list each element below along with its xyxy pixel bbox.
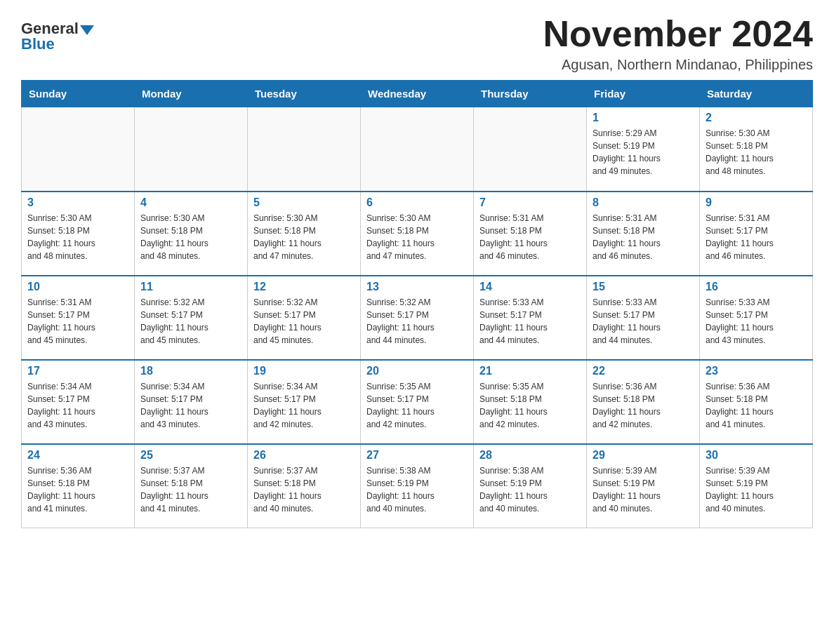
day-number-30: 30 [706, 449, 807, 462]
day-info-10: Sunrise: 5:31 AM Sunset: 5:17 PM Dayligh… [27, 296, 128, 347]
calendar-cell-4-0: 24Sunrise: 5:36 AM Sunset: 5:18 PM Dayli… [22, 444, 135, 528]
day-number-25: 25 [140, 449, 241, 462]
day-number-11: 11 [140, 281, 241, 293]
day-number-28: 28 [479, 449, 581, 462]
day-info-4: Sunrise: 5:30 AM Sunset: 5:18 PM Dayligh… [140, 212, 241, 262]
calendar-cell-2-2: 12Sunrise: 5:32 AM Sunset: 5:17 PM Dayli… [248, 276, 361, 360]
day-number-27: 27 [366, 449, 468, 462]
day-info-26: Sunrise: 5:37 AM Sunset: 5:18 PM Dayligh… [253, 464, 355, 515]
day-number-3: 3 [27, 196, 128, 209]
day-number-10: 10 [27, 281, 128, 293]
day-info-20: Sunrise: 5:35 AM Sunset: 5:17 PM Dayligh… [366, 380, 468, 431]
day-info-14: Sunrise: 5:33 AM Sunset: 5:17 PM Dayligh… [479, 296, 581, 347]
calendar-cell-3-3: 20Sunrise: 5:35 AM Sunset: 5:17 PM Dayli… [361, 360, 474, 444]
day-number-12: 12 [253, 281, 355, 293]
location-label: Agusan, Northern Mindanao, Philippines [543, 57, 813, 73]
day-number-19: 19 [253, 365, 355, 377]
day-number-17: 17 [27, 365, 128, 377]
day-number-20: 20 [366, 365, 468, 377]
calendar-cell-2-0: 10Sunrise: 5:31 AM Sunset: 5:17 PM Dayli… [22, 276, 135, 360]
header-friday: Friday [587, 81, 700, 107]
day-info-25: Sunrise: 5:37 AM Sunset: 5:18 PM Dayligh… [140, 464, 241, 515]
week-row-4: 17Sunrise: 5:34 AM Sunset: 5:17 PM Dayli… [22, 360, 813, 444]
day-info-7: Sunrise: 5:31 AM Sunset: 5:18 PM Dayligh… [479, 212, 581, 262]
day-info-1: Sunrise: 5:29 AM Sunset: 5:19 PM Dayligh… [593, 127, 694, 177]
calendar-cell-2-3: 13Sunrise: 5:32 AM Sunset: 5:17 PM Dayli… [361, 276, 474, 360]
header-tuesday: Tuesday [248, 81, 361, 107]
header: General Blue November 2024 Agusan, North… [21, 14, 813, 73]
calendar-cell-0-1 [135, 107, 248, 192]
calendar-cell-2-6: 16Sunrise: 5:33 AM Sunset: 5:17 PM Dayli… [700, 276, 813, 360]
calendar-cell-3-6: 23Sunrise: 5:36 AM Sunset: 5:18 PM Dayli… [700, 360, 813, 444]
logo-arrow-icon [80, 25, 94, 35]
header-thursday: Thursday [474, 81, 587, 107]
day-info-17: Sunrise: 5:34 AM Sunset: 5:17 PM Dayligh… [27, 380, 128, 431]
day-info-12: Sunrise: 5:32 AM Sunset: 5:17 PM Dayligh… [253, 296, 355, 347]
calendar-cell-1-6: 9Sunrise: 5:31 AM Sunset: 5:17 PM Daylig… [700, 192, 813, 276]
header-sunday: Sunday [22, 81, 135, 107]
day-number-13: 13 [366, 281, 468, 293]
calendar-cell-4-6: 30Sunrise: 5:39 AM Sunset: 5:19 PM Dayli… [700, 444, 813, 528]
week-row-3: 10Sunrise: 5:31 AM Sunset: 5:17 PM Dayli… [22, 276, 813, 360]
day-info-19: Sunrise: 5:34 AM Sunset: 5:17 PM Dayligh… [253, 380, 355, 431]
calendar-cell-1-3: 6Sunrise: 5:30 AM Sunset: 5:18 PM Daylig… [361, 192, 474, 276]
calendar-cell-3-5: 22Sunrise: 5:36 AM Sunset: 5:18 PM Dayli… [587, 360, 700, 444]
calendar-cell-1-1: 4Sunrise: 5:30 AM Sunset: 5:18 PM Daylig… [135, 192, 248, 276]
day-number-21: 21 [479, 365, 581, 377]
header-wednesday: Wednesday [361, 81, 474, 107]
day-info-30: Sunrise: 5:39 AM Sunset: 5:19 PM Dayligh… [706, 464, 807, 515]
calendar-cell-1-5: 8Sunrise: 5:31 AM Sunset: 5:18 PM Daylig… [587, 192, 700, 276]
day-info-18: Sunrise: 5:34 AM Sunset: 5:17 PM Dayligh… [140, 380, 241, 431]
day-number-4: 4 [140, 196, 241, 209]
day-info-5: Sunrise: 5:30 AM Sunset: 5:18 PM Dayligh… [253, 212, 355, 262]
day-info-9: Sunrise: 5:31 AM Sunset: 5:17 PM Dayligh… [706, 212, 807, 262]
day-number-22: 22 [593, 365, 694, 377]
week-row-2: 3Sunrise: 5:30 AM Sunset: 5:18 PM Daylig… [22, 192, 813, 276]
day-number-5: 5 [253, 196, 355, 209]
calendar-cell-0-5: 1Sunrise: 5:29 AM Sunset: 5:19 PM Daylig… [587, 107, 700, 192]
day-number-26: 26 [253, 449, 355, 462]
calendar-cell-0-3 [361, 107, 474, 192]
day-info-23: Sunrise: 5:36 AM Sunset: 5:18 PM Dayligh… [706, 380, 807, 431]
calendar-cell-1-0: 3Sunrise: 5:30 AM Sunset: 5:18 PM Daylig… [22, 192, 135, 276]
weekday-header-row: Sunday Monday Tuesday Wednesday Thursday… [22, 81, 813, 107]
week-row-1: 1Sunrise: 5:29 AM Sunset: 5:19 PM Daylig… [22, 107, 813, 192]
day-info-28: Sunrise: 5:38 AM Sunset: 5:19 PM Dayligh… [479, 464, 581, 515]
day-info-2: Sunrise: 5:30 AM Sunset: 5:18 PM Dayligh… [706, 127, 807, 177]
calendar-cell-2-5: 15Sunrise: 5:33 AM Sunset: 5:17 PM Dayli… [587, 276, 700, 360]
calendar-cell-2-4: 14Sunrise: 5:33 AM Sunset: 5:17 PM Dayli… [474, 276, 587, 360]
calendar-cell-4-3: 27Sunrise: 5:38 AM Sunset: 5:19 PM Dayli… [361, 444, 474, 528]
calendar-cell-4-4: 28Sunrise: 5:38 AM Sunset: 5:19 PM Dayli… [474, 444, 587, 528]
day-info-11: Sunrise: 5:32 AM Sunset: 5:17 PM Dayligh… [140, 296, 241, 347]
day-info-24: Sunrise: 5:36 AM Sunset: 5:18 PM Dayligh… [27, 464, 128, 515]
calendar-table: Sunday Monday Tuesday Wednesday Thursday… [21, 80, 813, 528]
calendar-cell-4-1: 25Sunrise: 5:37 AM Sunset: 5:18 PM Dayli… [135, 444, 248, 528]
logo-blue-label: Blue [21, 35, 55, 53]
calendar-cell-0-0 [22, 107, 135, 192]
day-number-18: 18 [140, 365, 241, 377]
day-number-15: 15 [593, 281, 694, 293]
day-number-29: 29 [593, 449, 694, 462]
calendar-cell-0-4 [474, 107, 587, 192]
day-info-22: Sunrise: 5:36 AM Sunset: 5:18 PM Dayligh… [593, 380, 694, 431]
day-info-8: Sunrise: 5:31 AM Sunset: 5:18 PM Dayligh… [593, 212, 694, 262]
day-number-16: 16 [706, 281, 807, 293]
day-info-6: Sunrise: 5:30 AM Sunset: 5:18 PM Dayligh… [366, 212, 468, 262]
day-number-24: 24 [27, 449, 128, 462]
calendar-cell-4-2: 26Sunrise: 5:37 AM Sunset: 5:18 PM Dayli… [248, 444, 361, 528]
day-number-6: 6 [366, 196, 468, 209]
calendar-cell-1-2: 5Sunrise: 5:30 AM Sunset: 5:18 PM Daylig… [248, 192, 361, 276]
calendar-cell-4-5: 29Sunrise: 5:39 AM Sunset: 5:19 PM Dayli… [587, 444, 700, 528]
calendar-cell-3-4: 21Sunrise: 5:35 AM Sunset: 5:18 PM Dayli… [474, 360, 587, 444]
day-number-7: 7 [479, 196, 581, 209]
day-number-1: 1 [593, 112, 694, 124]
calendar-cell-3-1: 18Sunrise: 5:34 AM Sunset: 5:17 PM Dayli… [135, 360, 248, 444]
day-info-13: Sunrise: 5:32 AM Sunset: 5:17 PM Dayligh… [366, 296, 468, 347]
week-row-5: 24Sunrise: 5:36 AM Sunset: 5:18 PM Dayli… [22, 444, 813, 528]
calendar-cell-1-4: 7Sunrise: 5:31 AM Sunset: 5:18 PM Daylig… [474, 192, 587, 276]
day-info-29: Sunrise: 5:39 AM Sunset: 5:19 PM Dayligh… [593, 464, 694, 515]
calendar-cell-0-6: 2Sunrise: 5:30 AM Sunset: 5:18 PM Daylig… [700, 107, 813, 192]
day-number-23: 23 [706, 365, 807, 377]
title-section: November 2024 Agusan, Northern Mindanao,… [543, 14, 813, 73]
month-year-title: November 2024 [543, 14, 813, 54]
